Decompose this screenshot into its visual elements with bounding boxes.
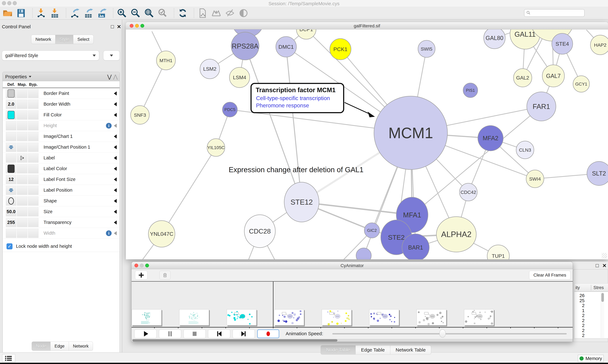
frame-thumbnail-3[interactable]: MCM1	[274, 309, 304, 325]
network-node-alpha2[interactable]: ALPHA2	[436, 217, 476, 252]
network-node-gal2[interactable]: GAL2	[513, 69, 532, 87]
network-node-snf3[interactable]: SNF3	[131, 106, 149, 124]
table-cell-value[interactable]: 2	[575, 328, 585, 333]
timeline[interactable]: 0123456789SecondsMCM1MCM1MCM1MCM1MCM1MCM…	[132, 282, 573, 328]
network-node-gcy1[interactable]: GCY1	[573, 76, 590, 92]
property-row-image-chart-1[interactable]: Image/Chart 1	[3, 131, 120, 142]
info-icon[interactable]: i	[106, 123, 112, 129]
property-row-image-chart-position-1[interactable]: Image/Chart Position 1	[3, 142, 120, 153]
memory-button[interactable]: Memory	[578, 355, 604, 362]
frame-thumbnail-7[interactable]: MCM1	[464, 309, 494, 325]
column-header-stress[interactable]: Stres	[594, 285, 604, 290]
property-byp-cell[interactable]	[28, 229, 39, 238]
property-def-cell[interactable]	[6, 196, 16, 206]
network-node-mfa2[interactable]: MFA2	[478, 126, 503, 151]
expand-row-icon[interactable]	[114, 210, 117, 214]
network-node-lsm4[interactable]: LSM4	[229, 67, 250, 88]
property-map-cell[interactable]	[17, 143, 28, 152]
style-options-button[interactable]	[103, 51, 120, 60]
toolbar-zoom-selected-button[interactable]	[157, 8, 168, 18]
property-row-width[interactable]: Widthi	[3, 228, 120, 239]
search-box[interactable]	[524, 9, 585, 17]
network-node-rps28a[interactable]: RPS28A	[231, 32, 259, 60]
property-byp-cell[interactable]	[28, 100, 39, 109]
float-panel-icon[interactable]: □	[111, 24, 114, 30]
frame-thumbnail-5[interactable]: MCM1	[369, 309, 399, 325]
property-byp-cell[interactable]	[28, 207, 39, 216]
property-row-size[interactable]: 50.0Size	[3, 206, 120, 217]
property-byp-cell[interactable]	[28, 132, 39, 141]
lock-size-checkbox[interactable]: ✓	[6, 243, 13, 249]
network-node-mth1[interactable]: MTH1	[156, 51, 175, 70]
network-node-pdc5[interactable]: PDC5	[222, 102, 237, 117]
network-node-gic2[interactable]: GIC2	[364, 223, 380, 238]
network-node-lsm2[interactable]: LSM2	[200, 59, 220, 79]
property-map-cell[interactable]	[17, 100, 28, 109]
property-map-cell[interactable]	[17, 153, 28, 163]
network-node-swi5[interactable]: SWI5	[418, 40, 435, 57]
toolbar-export-image-button[interactable]	[97, 8, 107, 18]
cyanimator-titlebar[interactable]: CyAnimator	[132, 262, 573, 269]
timeline-hscrollbar[interactable]	[132, 339, 573, 342]
table-cell-value[interactable]: 2	[575, 303, 585, 308]
property-row-height[interactable]: Heighti	[3, 120, 120, 131]
network-window-titlebar[interactable]: galFiltered.sif	[126, 22, 608, 29]
column-header-centrality[interactable]: ity	[575, 285, 580, 290]
property-byp-cell[interactable]	[28, 89, 39, 98]
table-cell-value[interactable]: 1	[575, 308, 585, 313]
stop-button[interactable]	[183, 329, 206, 338]
property-def-cell[interactable]	[6, 132, 16, 141]
property-row-label[interactable]: Label	[3, 153, 120, 163]
property-map-cell[interactable]	[17, 229, 28, 238]
property-def-cell[interactable]: 12	[6, 175, 16, 184]
network-node-cln3[interactable]: CLN3	[516, 141, 534, 159]
toolbar-eye-hidden-button[interactable]	[224, 8, 235, 18]
column-divider[interactable]	[591, 285, 591, 290]
expand-row-icon[interactable]	[114, 177, 117, 182]
property-row-border-paint[interactable]: Border Paint	[3, 88, 120, 99]
toolbar-zoom-fit-button[interactable]	[144, 8, 154, 18]
network-node-pis1[interactable]: PIS1	[463, 83, 478, 98]
info-icon[interactable]: i	[106, 230, 112, 236]
record-button[interactable]	[257, 329, 279, 338]
tab-edge-table[interactable]: Edge Table	[356, 345, 390, 354]
toolbar-save-button[interactable]	[16, 8, 27, 18]
network-node-ste4[interactable]: STE4	[552, 33, 573, 54]
frame-thumbnail-4[interactable]: MCM1	[322, 309, 351, 325]
tab-network[interactable]: Network	[31, 35, 55, 44]
toolbar-export-network-button[interactable]	[69, 8, 80, 18]
toolbar-network-document-button[interactable]	[197, 8, 208, 18]
style-select[interactable]: galFiltered Style	[2, 51, 99, 60]
expand-row-icon[interactable]	[114, 102, 117, 106]
property-def-cell[interactable]	[6, 186, 16, 195]
frame-thumbnail-6[interactable]: MCM1	[416, 309, 446, 325]
frame-thumbnail-2[interactable]: MCM1	[227, 309, 257, 325]
frame-thumbnail-1[interactable]	[179, 309, 209, 325]
table-cell-value[interactable]: 2	[575, 313, 585, 318]
expand-row-icon[interactable]	[114, 134, 117, 139]
toolbar-eye-button[interactable]	[238, 8, 249, 18]
property-byp-cell[interactable]	[28, 110, 39, 119]
network-canvas[interactable]: RPS28BDCP1RPS28ADMC1PCK1SWI5GAL80GAL11ST…	[126, 29, 608, 259]
expand-row-icon[interactable]	[114, 156, 117, 160]
network-node-tup1[interactable]: TUP1	[487, 245, 509, 259]
expand-all-icon[interactable]: ⋀	[113, 74, 117, 80]
tab-node-table[interactable]: Node Table	[321, 345, 356, 354]
speed-slider[interactable]	[332, 333, 567, 334]
float-panel-icon[interactable]: □	[596, 263, 599, 269]
network-node-ste12[interactable]: STE12	[284, 182, 319, 222]
toolbar-export-table-button[interactable]	[83, 8, 94, 18]
expand-row-icon[interactable]	[114, 221, 117, 224]
tab-node[interactable]: Node	[32, 341, 51, 351]
close-panel-icon[interactable]: ✕	[602, 263, 607, 269]
expand-row-icon[interactable]	[114, 167, 117, 171]
toolbar-binoculars-button[interactable]	[211, 8, 222, 18]
add-frame-button[interactable]	[135, 271, 147, 280]
tab-network-table[interactable]: Network Table	[390, 345, 431, 354]
table-cell-value[interactable]: 26	[575, 293, 585, 298]
close-panel-icon[interactable]: ✕	[117, 24, 121, 30]
collapse-all-icon[interactable]: ⋁	[107, 74, 111, 80]
property-def-cell[interactable]: 2.0	[6, 100, 16, 109]
table-vscrollbar[interactable]	[601, 292, 604, 338]
expand-row-icon[interactable]	[114, 188, 117, 192]
